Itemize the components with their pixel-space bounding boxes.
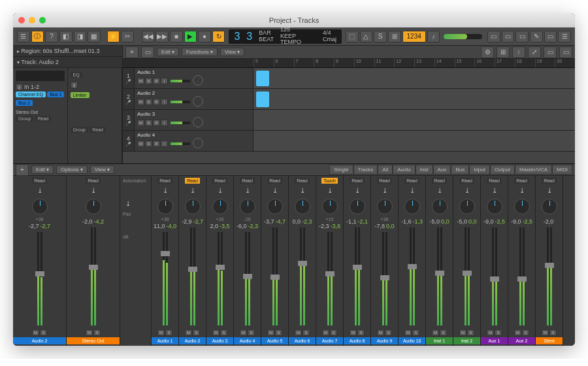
fader[interactable] — [84, 227, 103, 325]
audio-region[interactable] — [256, 92, 269, 107]
channel-name[interactable]: Inst 1 — [426, 337, 453, 344]
eq-thumbnail[interactable] — [16, 71, 65, 81]
mixer-tab[interactable]: Audio — [393, 165, 415, 175]
solo-button[interactable]: S — [93, 329, 101, 336]
pan-knob[interactable] — [212, 199, 228, 214]
mute-button[interactable]: M — [377, 329, 384, 336]
pan-knob[interactable] — [542, 199, 557, 214]
pan-knob[interactable] — [295, 199, 310, 214]
toolbar-button[interactable]: ◧ — [59, 31, 73, 42]
pan-knob[interactable] — [350, 199, 365, 214]
metronome-button[interactable]: △ — [360, 31, 373, 42]
pan-knob[interactable] — [459, 199, 475, 214]
play-button[interactable]: ▶ — [184, 31, 197, 42]
solo-button[interactable]: S — [385, 329, 392, 336]
toolbar-button[interactable]: ▭ — [141, 46, 154, 58]
toolbar-button[interactable]: ☰ — [558, 31, 571, 42]
channel-name[interactable]: Audio 2 — [13, 337, 66, 344]
forward-button[interactable]: ▶▶ — [155, 31, 169, 42]
toolbar-button[interactable]: ▭ — [515, 31, 529, 42]
channel-name[interactable]: Audio 10 — [399, 337, 425, 344]
input-button[interactable]: I — [161, 141, 168, 147]
automation-mode[interactable]: Read — [240, 178, 255, 184]
track-row[interactable]: 4🎤 Audio 4 M S R I — [123, 131, 575, 152]
mute-button[interactable]: M — [459, 329, 466, 336]
solo-button[interactable]: S — [193, 329, 200, 336]
track-row[interactable]: 2🎤 Audio 2 M S R I — [123, 89, 575, 110]
solo-button[interactable]: S — [522, 329, 529, 336]
mute-button[interactable]: M — [137, 99, 144, 105]
channel-name[interactable]: Audio 7 — [316, 337, 343, 344]
automation-mode[interactable]: Read — [267, 178, 282, 184]
add-channel-button[interactable]: + — [16, 164, 29, 176]
read-chip[interactable]: Read — [35, 116, 52, 122]
automation-mode[interactable]: Read — [185, 178, 200, 184]
fader[interactable] — [402, 227, 422, 325]
solo-button[interactable]: S — [412, 329, 419, 336]
mute-button[interactable]: M — [137, 78, 144, 84]
mute-button[interactable]: M — [514, 329, 521, 336]
automation-mode[interactable]: Touch — [321, 178, 338, 184]
mute-button[interactable]: M — [137, 120, 144, 126]
track-lane[interactable] — [253, 131, 575, 151]
fader[interactable] — [210, 232, 230, 325]
toolbar-button[interactable]: ▭ — [487, 31, 500, 42]
mute-button[interactable]: M — [487, 329, 494, 336]
mixer-tab[interactable]: MIDI — [552, 165, 572, 175]
group-chip[interactable]: Group — [71, 127, 88, 133]
bus2-chip[interactable]: Bus 2 — [16, 100, 33, 106]
channeleq-chip[interactable]: Channel EQ — [16, 92, 46, 97]
fader[interactable] — [30, 232, 50, 325]
audio-region[interactable] — [256, 71, 269, 86]
pan-knob[interactable] — [86, 199, 101, 214]
mute-button[interactable]: M — [404, 329, 412, 336]
automation-mode[interactable]: Read — [432, 178, 447, 184]
mute-button[interactable]: M — [295, 329, 302, 336]
region-row[interactable]: ▸ Region: 60s Shuffl...mset 01.3 — [13, 46, 122, 57]
toolbar-button[interactable]: ? — [45, 31, 58, 42]
mixer-tab[interactable]: Tracks — [353, 165, 378, 175]
edit-menu[interactable]: Edit ▾ — [157, 48, 179, 56]
automation-mode[interactable]: Read — [212, 178, 227, 184]
track-lane[interactable] — [253, 110, 575, 130]
mute-button[interactable]: M — [212, 329, 220, 336]
toolbar-button[interactable]: ▭ — [544, 46, 557, 58]
view-menu[interactable]: View ▾ — [220, 48, 244, 56]
automation-mode[interactable]: Read — [350, 178, 365, 184]
record-button[interactable]: R — [153, 141, 160, 147]
automation-mode[interactable]: Read — [487, 178, 502, 184]
rewind-button[interactable]: ◀◀ — [142, 31, 155, 42]
solo-button[interactable]: S — [549, 329, 557, 336]
record-button[interactable]: ● — [198, 31, 211, 42]
mixer-tab[interactable]: Inst — [416, 165, 433, 175]
toolbar-button[interactable]: ◨ — [74, 31, 87, 42]
pan-knob[interactable] — [404, 199, 420, 214]
input-button[interactable]: I — [161, 78, 168, 84]
pan-knob[interactable] — [267, 199, 283, 214]
mixer-button[interactable]: ⚡ — [107, 31, 120, 42]
toolbar-button[interactable]: ⬚ — [346, 31, 359, 42]
mute-button[interactable]: M — [267, 329, 274, 336]
fader[interactable] — [457, 227, 477, 325]
mute-button[interactable]: M — [322, 329, 329, 336]
solo-button[interactable]: S — [40, 329, 47, 336]
mixer-tab[interactable]: Single — [329, 165, 353, 175]
mixer-tab[interactable]: Master/VCA — [515, 165, 552, 175]
read-chip[interactable]: Read — [90, 127, 106, 133]
toolbar-button[interactable]: ⊞ — [388, 31, 401, 42]
solo-button[interactable]: S — [495, 329, 502, 336]
automation-mode[interactable]: Read — [86, 178, 101, 184]
pan-knob[interactable] — [193, 138, 203, 148]
solo-button[interactable]: S — [275, 329, 282, 336]
solo-button[interactable]: S — [145, 78, 152, 84]
channel-name[interactable]: Audio 2 — [179, 337, 206, 344]
solo-button[interactable]: S — [145, 120, 152, 126]
group-chip[interactable]: Group — [16, 116, 33, 122]
gear-icon[interactable]: ⚙ — [481, 46, 494, 58]
pan-knob[interactable] — [514, 199, 530, 214]
ch-button[interactable]: ‖ — [71, 82, 78, 88]
solo-button[interactable]: S — [165, 329, 172, 336]
stereo-out-label[interactable]: Stereo Out — [16, 110, 65, 114]
channel-name[interactable]: Stereo Out — [67, 337, 120, 344]
fader[interactable] — [430, 227, 449, 325]
